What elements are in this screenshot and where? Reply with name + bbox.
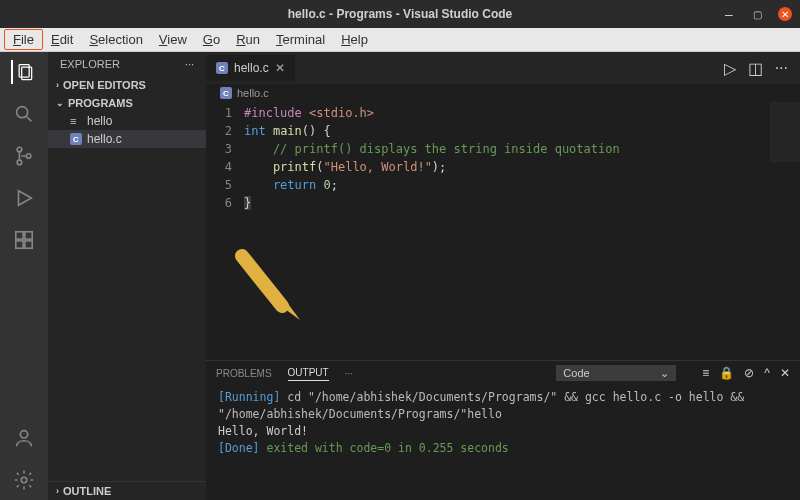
menu-edit[interactable]: Edit (43, 30, 81, 49)
lock-icon[interactable]: 🔒 (719, 366, 734, 380)
code-editor[interactable]: 1 2 3 4 5 6 #include <stdio.h> int main(… (206, 102, 800, 360)
c-file-icon: C (220, 87, 232, 99)
more-actions-icon[interactable]: ··· (775, 59, 788, 78)
main-layout: EXPLORER ··· ›OPEN EDITORS ⌄PROGRAMS ≡ h… (0, 52, 800, 500)
code-token: } (244, 196, 251, 210)
editor-area: C hello.c ✕ ▷ ◫ ··· C hello.c 1 2 3 4 5 … (206, 52, 800, 500)
bottom-panel: PROBLEMS OUTPUT ··· Code ≡ 🔒 ⊘ ^ ✕ [Runn… (206, 360, 800, 500)
close-icon[interactable]: ✕ (778, 7, 792, 21)
svg-point-4 (17, 147, 22, 152)
output-text: cd "/home/abhishek/Documents/Programs/" … (218, 390, 744, 421)
breadcrumb[interactable]: C hello.c (206, 84, 800, 102)
titlebar: hello.c - Programs - Visual Studio Code … (0, 0, 800, 28)
svg-point-2 (17, 107, 28, 118)
code-token: <stdio.h> (302, 106, 374, 120)
explorer-icon[interactable] (11, 60, 35, 84)
tab-hello-c[interactable]: C hello.c ✕ (206, 55, 296, 81)
window-title: hello.c - Programs - Visual Studio Code (288, 7, 512, 21)
line-number: 3 (206, 140, 232, 158)
clear-icon[interactable]: ⊘ (744, 366, 754, 380)
line-number: 4 (206, 158, 232, 176)
code-token: ); (432, 160, 446, 174)
tab-bar: C hello.c ✕ ▷ ◫ ··· (206, 52, 800, 84)
svg-rect-10 (16, 241, 23, 248)
minimap[interactable] (770, 102, 800, 162)
code-lines[interactable]: #include <stdio.h> int main() { // print… (244, 102, 800, 360)
svg-line-3 (27, 117, 32, 122)
minimize-icon[interactable]: – (722, 7, 736, 21)
svg-marker-7 (19, 191, 32, 206)
code-token: 0 (323, 178, 330, 192)
svg-rect-8 (16, 232, 23, 239)
output-content[interactable]: [Running] cd "/home/abhishek/Documents/P… (206, 385, 800, 461)
menu-run[interactable]: Run (228, 30, 268, 49)
accounts-icon[interactable] (12, 426, 36, 450)
more-icon[interactable]: ··· (185, 58, 194, 70)
c-file-icon: C (70, 133, 82, 145)
source-control-icon[interactable] (12, 144, 36, 168)
code-token: () { (302, 124, 331, 138)
menu-go[interactable]: Go (195, 30, 228, 49)
output-tag: [Running] (218, 390, 280, 404)
code-token: int (244, 124, 266, 138)
extensions-icon[interactable] (12, 228, 36, 252)
file-item-hello[interactable]: ≡ hello (48, 112, 206, 130)
code-token: #include (244, 106, 302, 120)
problems-tab[interactable]: PROBLEMS (216, 366, 272, 381)
menubar: File Edit Selection View Go Run Terminal… (0, 28, 800, 52)
file-label: hello.c (87, 132, 122, 146)
close-tab-icon[interactable]: ✕ (275, 61, 285, 75)
open-editors-section[interactable]: ›OPEN EDITORS (48, 76, 206, 94)
code-token: return (244, 178, 323, 192)
output-text: Hello, World! (218, 424, 308, 438)
split-editor-icon[interactable]: ◫ (748, 59, 763, 78)
outline-section[interactable]: ›OUTLINE (48, 481, 206, 500)
explorer-title: EXPLORER (60, 58, 120, 70)
code-token: main (266, 124, 302, 138)
select-value: Code (563, 367, 589, 379)
svg-rect-11 (25, 241, 32, 248)
svg-point-13 (21, 477, 27, 483)
file-item-hello-c[interactable]: C hello.c (48, 130, 206, 148)
run-icon[interactable]: ▷ (724, 59, 736, 78)
project-label: PROGRAMS (68, 97, 133, 109)
close-panel-icon[interactable]: ✕ (780, 366, 790, 380)
window-controls: – ▢ ✕ (722, 7, 792, 21)
maximize-icon[interactable]: ▢ (750, 7, 764, 21)
output-tag: [Done] (218, 441, 260, 455)
panel-tabs: PROBLEMS OUTPUT ··· Code ≡ 🔒 ⊘ ^ ✕ (206, 361, 800, 385)
line-number: 1 (206, 104, 232, 122)
project-section[interactable]: ⌄PROGRAMS (48, 94, 206, 112)
search-icon[interactable] (12, 102, 36, 126)
file-icon: ≡ (70, 115, 82, 127)
settings-gear-icon[interactable] (12, 468, 36, 492)
chevron-down-icon: ⌄ (56, 98, 64, 108)
outline-label: OUTLINE (63, 485, 111, 497)
chevron-right-icon: › (56, 486, 59, 496)
output-channel-select[interactable]: Code (556, 365, 676, 381)
tab-label: hello.c (234, 61, 269, 75)
menu-help[interactable]: Help (333, 30, 376, 49)
line-number: 6 (206, 194, 232, 212)
panel-more-icon[interactable]: ··· (345, 368, 353, 379)
svg-point-5 (17, 160, 22, 165)
list-icon[interactable]: ≡ (702, 366, 709, 380)
editor-actions: ▷ ◫ ··· (724, 59, 800, 78)
menu-view[interactable]: View (151, 30, 195, 49)
expand-icon[interactable]: ^ (764, 366, 770, 380)
code-token: // printf() displays the string inside q… (244, 142, 620, 156)
svg-point-12 (20, 431, 27, 438)
run-debug-icon[interactable] (12, 186, 36, 210)
breadcrumb-file: hello.c (237, 87, 269, 99)
menu-file[interactable]: File (4, 29, 43, 50)
activity-bar (0, 52, 48, 500)
svg-point-6 (26, 154, 31, 159)
code-token: printf (244, 160, 316, 174)
output-tab[interactable]: OUTPUT (288, 365, 329, 381)
file-label: hello (87, 114, 112, 128)
menu-terminal[interactable]: Terminal (268, 30, 333, 49)
menu-selection[interactable]: Selection (81, 30, 150, 49)
svg-rect-9 (25, 232, 32, 239)
line-number: 5 (206, 176, 232, 194)
panel-actions: ≡ 🔒 ⊘ ^ ✕ (702, 366, 790, 380)
